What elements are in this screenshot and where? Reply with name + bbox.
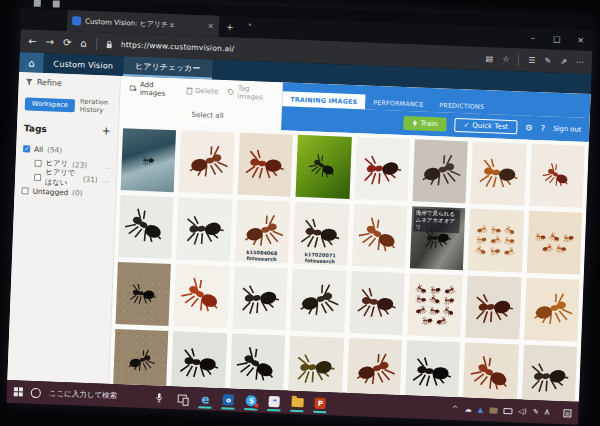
ant-image[interactable]: k17020071 fotosearch	[293, 202, 349, 266]
ant-image[interactable]	[349, 271, 405, 335]
cortana-icon[interactable]	[31, 387, 41, 397]
microphone-icon[interactable]	[153, 388, 167, 407]
tag-images-button[interactable]: Tag images	[227, 84, 274, 102]
folder-tray-icon[interactable]	[489, 407, 497, 413]
action-center-icon[interactable]	[563, 409, 571, 417]
refine-control[interactable]: Refine	[26, 77, 113, 89]
ant-image[interactable]	[407, 273, 463, 337]
ant-image[interactable]	[296, 135, 352, 199]
web-note-icon[interactable]: ✎	[544, 56, 551, 65]
ant-image[interactable]	[232, 267, 288, 331]
ant-image[interactable]	[113, 329, 169, 393]
ant-graphic	[232, 267, 288, 331]
trash-icon	[186, 87, 192, 95]
tag-checkbox[interactable]	[34, 173, 41, 180]
edge-icon[interactable]: e	[199, 389, 213, 408]
quick-test-button[interactable]: ✓ Quick Test	[454, 118, 517, 134]
ant-image[interactable]	[471, 142, 527, 206]
start-button[interactable]	[14, 387, 23, 396]
ant-image[interactable]	[171, 331, 227, 395]
maximize-button[interactable]: □	[545, 34, 569, 44]
ant-image[interactable]	[521, 345, 577, 402]
app-home-icon[interactable]: ⌂	[19, 52, 44, 73]
funnel-icon	[26, 78, 33, 85]
desktop-icon[interactable]	[53, 0, 60, 7]
desktop-icon[interactable]	[34, 0, 41, 7]
chevron-up-icon[interactable]: ^	[452, 404, 459, 413]
display-icon[interactable]	[503, 407, 512, 413]
settings-gear-icon[interactable]: ⚙	[525, 123, 533, 133]
ant-image[interactable]	[121, 128, 177, 192]
ant-image[interactable]	[529, 144, 585, 208]
speaker-icon[interactable]: ◁)	[518, 407, 527, 416]
share-icon[interactable]: ⇗	[560, 57, 567, 66]
close-button[interactable]: ×	[569, 35, 593, 45]
ant-image[interactable]	[468, 209, 524, 273]
add-images-button[interactable]: Add images	[129, 80, 177, 98]
tab-preview-chevron-icon[interactable]: ˅	[240, 17, 259, 39]
tag-count: (54)	[47, 145, 62, 155]
ant-icon	[442, 284, 456, 296]
ant-image[interactable]	[526, 211, 582, 275]
home-icon[interactable]: ⌂	[80, 37, 87, 48]
ant-image[interactable]	[351, 204, 407, 268]
ime-pen-icon[interactable]: ✎	[533, 408, 539, 416]
task-view-icon[interactable]	[176, 388, 190, 407]
iteration-history-button[interactable]: Iteration History	[80, 97, 113, 114]
add-tag-button[interactable]: +	[101, 124, 111, 137]
tag-checkbox[interactable]	[23, 145, 30, 152]
ant-image[interactable]	[524, 278, 580, 342]
skype-icon[interactable]: S	[245, 391, 259, 410]
minimize-button[interactable]: –	[521, 33, 545, 43]
tag-more-button[interactable]: …	[102, 161, 110, 170]
ant-image[interactable]	[179, 130, 235, 194]
powerpoint-icon[interactable]: P	[314, 394, 328, 413]
back-icon[interactable]: ←	[28, 35, 37, 46]
ant-image[interactable]	[463, 342, 519, 401]
workspace-button[interactable]: Workspace	[25, 97, 76, 112]
ant-image[interactable]	[176, 197, 232, 261]
ant-image[interactable]	[346, 338, 402, 402]
delete-button[interactable]: Delete	[186, 87, 218, 96]
file-explorer-icon[interactable]	[291, 393, 305, 412]
ant-icon	[540, 242, 554, 254]
select-all-button[interactable]: Select all	[191, 111, 223, 120]
tag-checkbox[interactable]	[21, 187, 28, 194]
ant-image[interactable]	[405, 340, 461, 402]
outlook-icon[interactable]: o	[222, 390, 236, 409]
tab-close-icon[interactable]: ×	[207, 21, 214, 30]
hub-icon[interactable]: ☰	[528, 56, 536, 65]
ant-image[interactable]	[118, 195, 174, 259]
speech-app-icon[interactable]: ❝	[268, 392, 282, 411]
tag-more-button[interactable]: …	[102, 175, 110, 184]
more-icon[interactable]: ⋯	[576, 57, 584, 66]
ime-mode-icon[interactable]: A	[545, 408, 550, 416]
drive-sync-icon[interactable]: ▲	[478, 405, 484, 413]
ant-image[interactable]	[174, 264, 230, 328]
help-icon[interactable]: ?	[541, 123, 546, 133]
onedrive-cloud-icon[interactable]: ☁	[464, 404, 472, 413]
tag-checkbox[interactable]	[35, 159, 42, 166]
train-button[interactable]: Train	[403, 116, 446, 132]
ant-icon	[468, 287, 519, 329]
favorite-star-icon[interactable]: ☆	[502, 55, 510, 64]
tab-title: Custom Vision: ヒアリチェ	[85, 16, 204, 31]
forward-icon[interactable]: →	[45, 36, 54, 47]
ant-image[interactable]: 海岸で見られる ムネアカオオアリ	[410, 206, 466, 270]
reading-view-icon[interactable]: ▤	[486, 54, 494, 63]
refresh-icon[interactable]: ⟳	[63, 37, 72, 48]
ant-image[interactable]	[466, 275, 522, 339]
new-tab-button[interactable]: +	[219, 16, 241, 38]
ant-image[interactable]	[116, 262, 172, 326]
ant-image[interactable]: k15084068 fotosearch	[235, 200, 291, 264]
ant-image[interactable]	[237, 133, 293, 197]
sign-out-button[interactable]: Sign out	[553, 125, 581, 134]
ant-image[interactable]	[291, 269, 347, 333]
ant-icon	[415, 295, 428, 305]
ant-image[interactable]	[288, 336, 344, 400]
ant-image[interactable]	[412, 139, 468, 203]
ant-image[interactable]	[354, 137, 410, 201]
taskbar-search[interactable]: ここに入力して検索	[49, 388, 118, 401]
ant-image[interactable]	[230, 333, 286, 397]
ant-icon	[427, 293, 443, 307]
